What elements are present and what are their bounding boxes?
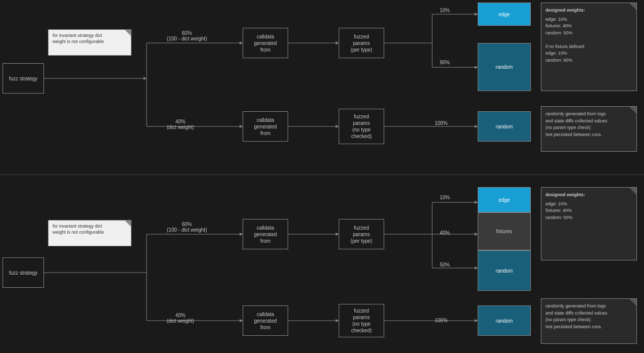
invariant-note-bottom: for invariant strategy dict weight is no… — [48, 220, 131, 246]
label-60-top: 60% (100 - dict weight) — [167, 30, 207, 41]
fuzz-strategy-bottom: fuzz strategy — [3, 257, 44, 288]
random-block-bottom-2: random — [478, 305, 531, 336]
section-divider — [0, 174, 644, 175]
fuzzed-bottom-1: fuzzed params (per type) — [339, 219, 384, 249]
label-40-bottom: 40% (dict weight) — [167, 313, 194, 324]
calldata-bottom-2: calldata generated from — [243, 305, 288, 336]
fuzzed-top-2: fuzzed params (no type checked) — [339, 109, 384, 144]
note-bottom-1: designed weights: edge: 10% fixtures: 40… — [541, 187, 637, 260]
fixtures-block-bottom: fixtures — [478, 212, 531, 250]
label-100-bottom: 100% — [435, 318, 448, 323]
random-block-top-2: random — [478, 111, 531, 142]
random-block-bottom-1: random — [478, 250, 531, 291]
edge-block-top: edge — [478, 3, 531, 26]
calldata-top-2: calldata generated from — [243, 111, 288, 142]
fuzzed-bottom-2: fuzzed params (no type checked) — [339, 304, 384, 337]
note-top-2: randomly generated from logs and state d… — [541, 106, 637, 152]
note-top-1: designed weights: edge: 10% fixtures: 40… — [541, 3, 637, 91]
calldata-bottom-1: calldata generated from — [243, 219, 288, 249]
label-10-bottom: 10% — [440, 195, 450, 200]
label-50-bottom: 50% — [440, 262, 450, 268]
label-90-top: 90% — [440, 60, 450, 65]
random-block-top: random — [478, 43, 531, 91]
label-60-bottom: 60% (100 - dict weight) — [167, 222, 207, 233]
label-100-top: 100% — [435, 120, 448, 126]
fuzzed-top-1: fuzzed params (per type) — [339, 28, 384, 58]
label-10-top: 10% — [440, 8, 450, 13]
diagram: fuzz strategy for invariant strategy dic… — [0, 0, 644, 353]
calldata-top-1: calldata generated from — [243, 28, 288, 58]
invariant-note-top: for invariant strategy dict weight is no… — [48, 29, 131, 56]
note-bottom-2: randomly generated from logs and state d… — [541, 298, 637, 344]
fuzz-strategy-top: fuzz strategy — [3, 63, 44, 94]
edge-block-bottom: edge — [478, 187, 531, 212]
label-40-pct-bottom: 40% — [440, 230, 450, 236]
label-40-top: 40% (dict weight) — [167, 119, 194, 130]
